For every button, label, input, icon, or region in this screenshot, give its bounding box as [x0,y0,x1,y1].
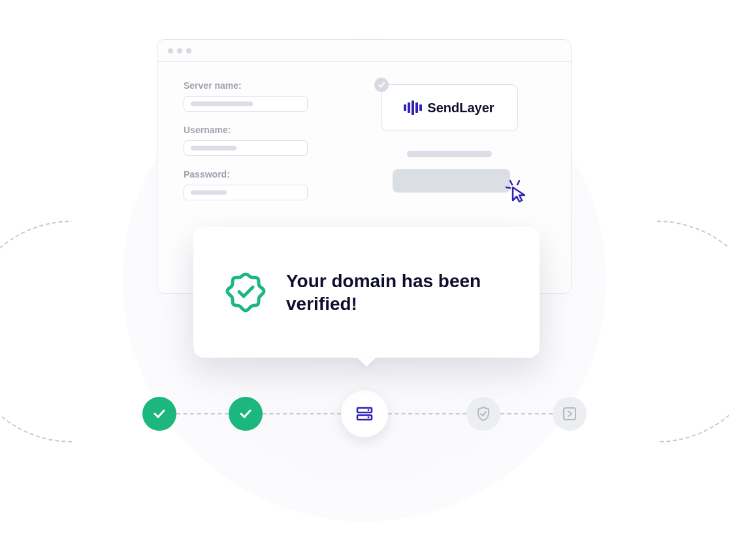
verified-seal-icon [225,272,267,313]
action-button-placeholder[interactable] [393,169,510,193]
browser-body: Server name: Username: Password: SendLa [157,62,571,232]
browser-header [157,40,571,62]
svg-line-2 [517,181,519,185]
svg-rect-7 [564,408,575,420]
step-connector [500,413,553,414]
step-3-current[interactable] [341,390,388,437]
svg-rect-4 [357,415,372,420]
input-placeholder-fill [191,146,236,151]
brand-column: SendLayer [381,80,545,213]
svg-point-5 [368,409,370,411]
sendlayer-brand-name: SendLayer [427,101,494,116]
input-placeholder-fill [191,102,253,106]
server-icon [355,404,374,424]
server-name-input[interactable] [184,96,308,112]
username-label: Username: [184,125,348,135]
input-placeholder-fill [191,191,227,195]
chevron-right-box-icon [561,405,578,422]
step-connector [176,413,229,414]
window-dot [168,48,173,54]
check-badge-icon [374,78,389,92]
progress-steps [0,390,729,437]
password-input[interactable] [184,185,308,200]
step-5-pending[interactable] [553,397,587,431]
username-group: Username: [184,125,348,156]
window-dot [186,48,191,54]
verification-tooltip: Your domain has been verified! [193,227,540,358]
sendlayer-logo-icon [404,101,422,115]
svg-rect-3 [357,408,372,412]
check-icon [238,406,253,422]
step-2-complete[interactable] [229,397,263,431]
check-icon [152,406,167,422]
window-dot [177,48,182,54]
step-connector [263,413,341,414]
placeholder-line [407,151,492,157]
shield-check-icon [475,405,492,422]
cursor-click-icon [504,178,530,207]
svg-point-6 [368,416,370,418]
step-1-complete[interactable] [142,397,176,431]
sendlayer-card[interactable]: SendLayer [381,84,518,131]
svg-line-1 [506,187,510,188]
svg-line-0 [510,181,512,185]
step-4-pending[interactable] [466,397,500,431]
step-connector [388,413,466,414]
form-column: Server name: Username: Password: [184,80,348,213]
password-label: Password: [184,169,348,179]
server-name-label: Server name: [184,80,348,91]
password-group: Password: [184,169,348,200]
server-name-group: Server name: [184,80,348,112]
verification-message: Your domain has been verified! [286,270,508,315]
username-input[interactable] [184,140,308,156]
